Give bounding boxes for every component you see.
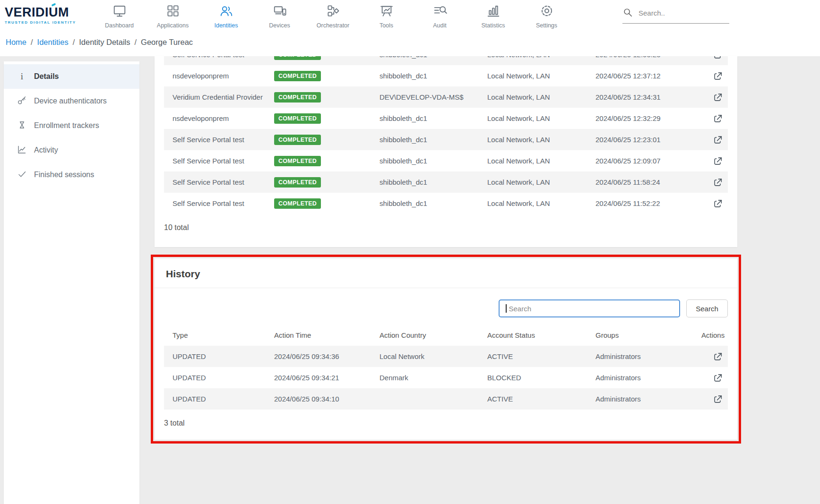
sessions-total: 10 total	[155, 214, 737, 242]
col-type: Type	[173, 331, 274, 339]
devices-icon	[273, 4, 287, 20]
session-location: Local Network, LAN	[487, 136, 596, 144]
session-row: Self Service Portal test COMPLETED shibb…	[164, 129, 728, 150]
status-badge: COMPLETED	[274, 156, 321, 166]
open-session-button[interactable]	[713, 92, 728, 103]
veridium-logo[interactable]: VERIDIUM TRUSTED DIGITAL IDENTITY	[5, 6, 86, 25]
sessions-table: Self Service Portal test COMPLETED shibb…	[164, 56, 728, 214]
session-row: Self Service Portal test COMPLETED shibb…	[164, 150, 728, 171]
open-session-button[interactable]	[713, 198, 728, 209]
col-account-status: Account Status	[487, 331, 596, 339]
history-action-country: Local Network	[380, 352, 487, 360]
session-name: Self Service Portal test	[173, 199, 274, 207]
session-location: Local Network, LAN	[487, 56, 596, 59]
open-session-button[interactable]	[713, 113, 728, 124]
dashboard-icon	[112, 4, 127, 20]
sidebar-item-details[interactable]: i Details	[4, 64, 139, 89]
session-time: 2024/06/25 12:37:12	[596, 72, 701, 80]
col-actions: Actions	[701, 331, 730, 339]
open-session-button[interactable]	[713, 56, 728, 60]
session-row: Self Service Portal test COMPLETED shibb…	[164, 56, 728, 65]
info-icon: i	[17, 71, 27, 82]
history-groups: Administrators	[596, 374, 701, 382]
sidebar-item-device-authenticators[interactable]: Device authenticators	[4, 89, 139, 113]
history-account-status: BLOCKED	[487, 374, 596, 382]
session-row: Veridium Credential Provider COMPLETED D…	[164, 86, 728, 108]
session-name: Self Service Portal test	[173, 136, 274, 144]
nav-item-settings[interactable]: Settings	[520, 2, 573, 29]
session-time: 2024/06/25 12:23:01	[596, 136, 701, 144]
history-search-button[interactable]: Search	[686, 299, 728, 317]
nav-item-orchestrator[interactable]: Orchestrator	[306, 2, 360, 29]
history-type: UPDATED	[173, 395, 274, 403]
breadcrumb-identities[interactable]: Identities	[37, 38, 69, 47]
open-history-entry-button[interactable]	[713, 394, 728, 404]
tools-board-icon	[380, 4, 394, 20]
nav-item-audit[interactable]: Audit	[413, 2, 466, 29]
nav-item-tools[interactable]: Tools	[360, 2, 413, 29]
history-groups: Administrators	[596, 352, 701, 360]
session-time: 2024/06/25 11:58:24	[596, 178, 701, 186]
nav-item-identities[interactable]: Identities	[199, 2, 253, 29]
main-nav: Dashboard Applications Identities Device…	[93, 2, 573, 29]
session-server: DEV\DEVELOP-VDA-MS$	[380, 93, 487, 101]
session-time: 2024/06/25 11:52:22	[596, 199, 701, 207]
history-card: History Search Search Type Action Time A…	[155, 258, 737, 440]
open-session-button[interactable]	[713, 177, 728, 188]
session-location: Local Network, LAN	[487, 178, 596, 186]
open-session-button[interactable]	[713, 71, 728, 81]
session-row: nsdeveloponprem COMPLETED shibboleth_dc1…	[164, 65, 728, 86]
sidebar-item-activity[interactable]: Activity	[4, 138, 139, 162]
applications-grid-icon	[166, 4, 180, 20]
history-row: UPDATED 2024/06/25 09:34:21 Denmark BLOC…	[164, 367, 728, 388]
breadcrumb-separator: /	[73, 38, 75, 47]
card-gap	[155, 247, 737, 258]
session-name: Self Service Portal test	[173, 56, 274, 59]
gear-icon	[540, 4, 554, 20]
breadcrumb-home[interactable]: Home	[6, 38, 26, 47]
logo-text: VERIDIUM	[5, 6, 86, 19]
history-title: History	[166, 268, 726, 280]
session-time: 2024/06/25 12:34:31	[596, 93, 701, 101]
session-server: shibboleth_dc1	[380, 157, 487, 165]
nav-item-dashboard[interactable]: Dashboard	[93, 2, 146, 29]
session-name: Veridium Credential Provider	[173, 93, 274, 101]
session-row: Self Service Portal test COMPLETED shibb…	[164, 171, 728, 193]
top-header: VERIDIUM TRUSTED DIGITAL IDENTITY Dashbo…	[0, 0, 820, 30]
history-action-time: 2024/06/25 09:34:36	[274, 352, 380, 360]
breadcrumb: Home / Identities / Identity Details / G…	[0, 30, 820, 56]
session-location: Local Network, LAN	[487, 157, 596, 165]
history-search-input[interactable]: Search	[499, 299, 680, 317]
finished-sessions-card: Self Service Portal test COMPLETED shibb…	[155, 56, 737, 247]
open-history-entry-button[interactable]	[713, 373, 728, 383]
nav-item-devices[interactable]: Devices	[253, 2, 306, 29]
status-badge: COMPLETED	[274, 71, 321, 81]
history-search-row: Search Search	[155, 288, 737, 324]
logo-tagline: TRUSTED DIGITAL IDENTITY	[5, 20, 86, 25]
status-badge: COMPLETED	[274, 177, 321, 188]
session-server: shibboleth_dc1	[380, 199, 487, 207]
open-history-entry-button[interactable]	[713, 351, 728, 362]
sidebar-item-finished-sessions[interactable]: Finished sessions	[4, 162, 139, 187]
identity-sidebar: i Details Device authenticators Enrollme…	[4, 61, 139, 504]
sidebar-item-enrollment-trackers[interactable]: Enrollment trackers	[4, 113, 139, 138]
hourglass-icon	[17, 120, 27, 132]
session-name: nsdeveloponprem	[173, 114, 274, 122]
history-search-placeholder: Search	[509, 305, 532, 313]
status-badge: COMPLETED	[274, 56, 321, 60]
session-name: nsdeveloponprem	[173, 72, 274, 80]
identities-users-icon	[219, 4, 233, 20]
history-row: UPDATED 2024/06/25 09:34:10 ACTIVE Admin…	[164, 388, 728, 410]
history-row: UPDATED 2024/06/25 09:34:36 Local Networ…	[164, 346, 728, 367]
orchestrator-flow-icon	[326, 4, 340, 20]
global-search[interactable]: Search..	[622, 7, 729, 24]
nav-item-applications[interactable]: Applications	[146, 2, 199, 29]
session-server: shibboleth_dc1	[380, 114, 487, 122]
key-icon	[17, 95, 27, 107]
status-badge: COMPLETED	[274, 198, 321, 209]
open-session-button[interactable]	[713, 156, 728, 166]
open-session-button[interactable]	[713, 135, 728, 145]
nav-item-statistics[interactable]: Statistics	[466, 2, 520, 29]
session-name: Self Service Portal test	[173, 178, 274, 186]
status-badge: COMPLETED	[274, 135, 321, 145]
